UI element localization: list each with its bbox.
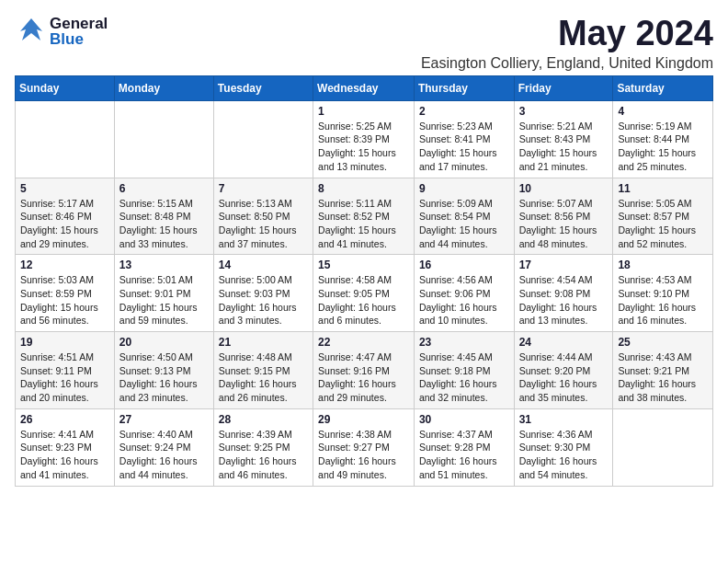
- day-info: Sunrise: 4:36 AM Sunset: 9:30 PM Dayligh…: [519, 428, 609, 482]
- calendar-cell: 25Sunrise: 4:43 AM Sunset: 9:21 PM Dayli…: [613, 332, 713, 409]
- day-info: Sunrise: 4:45 AM Sunset: 9:18 PM Dayligh…: [419, 350, 509, 405]
- calendar-cell: 15Sunrise: 4:58 AM Sunset: 9:05 PM Dayli…: [313, 255, 415, 332]
- day-number: 5: [20, 182, 109, 195]
- day-number: 20: [119, 336, 209, 349]
- calendar-cell: 9Sunrise: 5:09 AM Sunset: 8:54 PM Daylig…: [414, 178, 514, 255]
- day-number: 8: [318, 182, 409, 195]
- day-number: 12: [20, 259, 109, 271]
- day-info: Sunrise: 5:11 AM Sunset: 8:52 PM Dayligh…: [318, 197, 409, 251]
- logo-icon: [15, 15, 48, 48]
- header-wednesday: Wednesday: [313, 75, 415, 100]
- day-number: 15: [318, 259, 409, 271]
- day-number: 9: [419, 182, 509, 195]
- calendar-cell: 22Sunrise: 4:47 AM Sunset: 9:16 PM Dayli…: [313, 332, 415, 409]
- day-number: 2: [419, 105, 509, 118]
- day-info: Sunrise: 5:01 AM Sunset: 9:01 PM Dayligh…: [119, 273, 209, 327]
- day-info: Sunrise: 4:38 AM Sunset: 9:27 PM Dayligh…: [318, 428, 409, 482]
- calendar-cell: 23Sunrise: 4:45 AM Sunset: 9:18 PM Dayli…: [414, 332, 514, 409]
- day-number: 1: [318, 105, 409, 118]
- calendar-cell: 6Sunrise: 5:15 AM Sunset: 8:48 PM Daylig…: [114, 178, 213, 255]
- day-number: 4: [618, 105, 708, 118]
- day-info: Sunrise: 4:58 AM Sunset: 9:05 PM Dayligh…: [318, 273, 409, 327]
- header-sunday: Sunday: [16, 75, 115, 100]
- svg-marker-0: [20, 18, 42, 40]
- week-row-1: 5Sunrise: 5:17 AM Sunset: 8:46 PM Daylig…: [16, 178, 713, 255]
- day-info: Sunrise: 4:47 AM Sunset: 9:16 PM Dayligh…: [318, 350, 409, 405]
- week-row-2: 12Sunrise: 5:03 AM Sunset: 8:59 PM Dayli…: [16, 255, 713, 332]
- day-number: 31: [519, 413, 609, 426]
- day-number: 11: [618, 182, 708, 195]
- header-thursday: Thursday: [414, 75, 514, 100]
- day-number: 30: [419, 413, 509, 426]
- day-info: Sunrise: 5:05 AM Sunset: 8:57 PM Dayligh…: [618, 197, 708, 251]
- day-info: Sunrise: 4:41 AM Sunset: 9:23 PM Dayligh…: [20, 428, 109, 482]
- day-info: Sunrise: 5:13 AM Sunset: 8:50 PM Dayligh…: [219, 197, 308, 251]
- month-title: May 2024: [421, 15, 713, 53]
- day-number: 14: [219, 259, 308, 271]
- calendar-cell: 3Sunrise: 5:21 AM Sunset: 8:43 PM Daylig…: [514, 100, 613, 178]
- day-number: 16: [419, 259, 509, 271]
- calendar-cell: 8Sunrise: 5:11 AM Sunset: 8:52 PM Daylig…: [313, 178, 415, 255]
- page-header: General Blue May 2024 Easington Colliery…: [15, 15, 713, 72]
- calendar-cell: 31Sunrise: 4:36 AM Sunset: 9:30 PM Dayli…: [514, 408, 613, 486]
- calendar-cell: 5Sunrise: 5:17 AM Sunset: 8:46 PM Daylig…: [16, 178, 115, 255]
- day-info: Sunrise: 4:51 AM Sunset: 9:11 PM Dayligh…: [20, 350, 109, 405]
- title-section: May 2024 Easington Colliery, England, Un…: [421, 15, 713, 72]
- day-info: Sunrise: 4:40 AM Sunset: 9:24 PM Dayligh…: [119, 428, 209, 482]
- week-row-3: 19Sunrise: 4:51 AM Sunset: 9:11 PM Dayli…: [16, 332, 713, 409]
- day-info: Sunrise: 4:44 AM Sunset: 9:20 PM Dayligh…: [519, 350, 609, 405]
- calendar-cell: 1Sunrise: 5:25 AM Sunset: 8:39 PM Daylig…: [313, 100, 415, 178]
- day-number: 3: [519, 105, 609, 118]
- day-info: Sunrise: 4:48 AM Sunset: 9:15 PM Dayligh…: [219, 350, 308, 405]
- day-number: 7: [219, 182, 308, 195]
- day-number: 18: [618, 259, 708, 271]
- logo-general: General: [50, 16, 108, 31]
- day-number: 22: [318, 336, 409, 349]
- header-tuesday: Tuesday: [213, 75, 313, 100]
- day-number: 21: [219, 336, 308, 349]
- day-number: 25: [618, 336, 708, 349]
- calendar-cell: 29Sunrise: 4:38 AM Sunset: 9:27 PM Dayli…: [313, 408, 415, 486]
- day-number: 29: [318, 413, 409, 426]
- day-info: Sunrise: 4:56 AM Sunset: 9:06 PM Dayligh…: [419, 273, 509, 327]
- calendar-cell: 18Sunrise: 4:53 AM Sunset: 9:10 PM Dayli…: [613, 255, 713, 332]
- header-monday: Monday: [114, 75, 213, 100]
- calendar-cell: [213, 100, 313, 178]
- calendar-cell: [613, 408, 713, 486]
- logo: General Blue: [15, 15, 108, 48]
- day-info: Sunrise: 4:39 AM Sunset: 9:25 PM Dayligh…: [219, 428, 308, 482]
- calendar-cell: [114, 100, 213, 178]
- day-number: 23: [419, 336, 509, 349]
- day-number: 10: [519, 182, 609, 195]
- calendar-cell: 28Sunrise: 4:39 AM Sunset: 9:25 PM Dayli…: [213, 408, 313, 486]
- calendar-cell: 12Sunrise: 5:03 AM Sunset: 8:59 PM Dayli…: [16, 255, 115, 332]
- calendar-cell: 13Sunrise: 5:01 AM Sunset: 9:01 PM Dayli…: [114, 255, 213, 332]
- day-info: Sunrise: 5:21 AM Sunset: 8:43 PM Dayligh…: [519, 120, 609, 174]
- calendar-cell: [16, 100, 115, 178]
- day-number: 28: [219, 413, 308, 426]
- location: Easington Colliery, England, United King…: [421, 55, 713, 72]
- calendar-cell: 26Sunrise: 4:41 AM Sunset: 9:23 PM Dayli…: [16, 408, 115, 486]
- day-info: Sunrise: 5:25 AM Sunset: 8:39 PM Dayligh…: [318, 120, 409, 174]
- logo-blue: Blue: [50, 31, 108, 47]
- calendar-cell: 17Sunrise: 4:54 AM Sunset: 9:08 PM Dayli…: [514, 255, 613, 332]
- logo-text: General Blue: [50, 16, 108, 47]
- calendar-cell: 21Sunrise: 4:48 AM Sunset: 9:15 PM Dayli…: [213, 332, 313, 409]
- calendar-cell: 7Sunrise: 5:13 AM Sunset: 8:50 PM Daylig…: [213, 178, 313, 255]
- day-info: Sunrise: 5:03 AM Sunset: 8:59 PM Dayligh…: [20, 273, 109, 327]
- day-info: Sunrise: 5:07 AM Sunset: 8:56 PM Dayligh…: [519, 197, 609, 251]
- calendar-cell: 24Sunrise: 4:44 AM Sunset: 9:20 PM Dayli…: [514, 332, 613, 409]
- day-info: Sunrise: 5:17 AM Sunset: 8:46 PM Dayligh…: [20, 197, 109, 251]
- day-number: 13: [119, 259, 209, 271]
- calendar-cell: 10Sunrise: 5:07 AM Sunset: 8:56 PM Dayli…: [514, 178, 613, 255]
- day-info: Sunrise: 5:23 AM Sunset: 8:41 PM Dayligh…: [419, 120, 509, 174]
- day-info: Sunrise: 4:43 AM Sunset: 9:21 PM Dayligh…: [618, 350, 708, 405]
- calendar-cell: 16Sunrise: 4:56 AM Sunset: 9:06 PM Dayli…: [414, 255, 514, 332]
- calendar-cell: 30Sunrise: 4:37 AM Sunset: 9:28 PM Dayli…: [414, 408, 514, 486]
- day-number: 26: [20, 413, 109, 426]
- calendar-cell: 11Sunrise: 5:05 AM Sunset: 8:57 PM Dayli…: [613, 178, 713, 255]
- calendar-table: SundayMondayTuesdayWednesdayThursdayFrid…: [15, 75, 713, 487]
- calendar-header-row: SundayMondayTuesdayWednesdayThursdayFrid…: [16, 75, 713, 100]
- day-info: Sunrise: 4:50 AM Sunset: 9:13 PM Dayligh…: [119, 350, 209, 405]
- day-info: Sunrise: 5:15 AM Sunset: 8:48 PM Dayligh…: [119, 197, 209, 251]
